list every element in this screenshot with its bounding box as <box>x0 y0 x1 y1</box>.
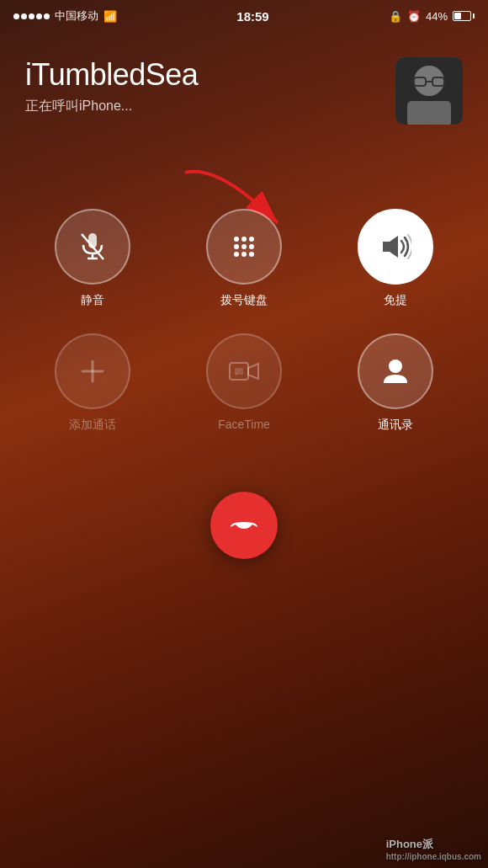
wifi-icon: 📶 <box>103 10 117 23</box>
contact-name: iTumbledSea <box>25 57 395 93</box>
call-status: 正在呼叫iPhone... <box>25 98 395 115</box>
status-bar-right: 🔒 ⏰ 44% <box>389 10 475 23</box>
phone-screen: 中国移动 📶 18:59 🔒 ⏰ 44% iTumbledSea 正在呼叫iPh… <box>0 0 488 868</box>
speaker-circle[interactable] <box>358 209 433 285</box>
svg-point-19 <box>249 252 254 257</box>
facetime-label: FaceTime <box>218 418 270 431</box>
facetime-button[interactable]: ? FaceTime <box>177 333 311 433</box>
svg-marker-20 <box>383 236 398 258</box>
contact-avatar <box>395 57 463 125</box>
alarm-icon: ⏰ <box>407 10 421 23</box>
signal-strength <box>13 13 50 19</box>
status-bar: 中国移动 📶 18:59 🔒 ⏰ 44% <box>0 0 488 32</box>
add-call-button[interactable]: 添加通话 <box>25 333 160 433</box>
status-time: 18:59 <box>236 9 268 24</box>
contacts-label: 通讯录 <box>378 418 413 433</box>
mute-circle[interactable] <box>55 209 130 285</box>
svg-point-11 <box>234 237 239 242</box>
battery-percent: 44% <box>426 10 448 23</box>
keypad-label: 拨号键盘 <box>220 293 268 308</box>
avatar-image <box>395 57 463 125</box>
contact-area: iTumbledSea 正在呼叫iPhone... <box>0 40 488 133</box>
speaker-label: 免提 <box>384 293 407 308</box>
status-bar-left: 中国移动 📶 <box>13 8 117 24</box>
svg-point-12 <box>241 237 247 242</box>
watermark: iPhone派 http://iphone.iqbus.com <box>386 837 481 861</box>
contacts-circle[interactable] <box>358 333 433 409</box>
contacts-button[interactable]: 通讯录 <box>328 333 463 433</box>
svg-marker-24 <box>248 364 258 379</box>
watermark-url: http://iphone.iqbus.com <box>386 852 481 861</box>
add-call-label: 添加通话 <box>69 418 116 433</box>
svg-point-16 <box>249 244 254 249</box>
svg-point-27 <box>389 359 402 373</box>
keypad-circle[interactable] <box>206 209 282 285</box>
svg-point-17 <box>234 252 239 257</box>
mute-label: 静音 <box>81 293 104 308</box>
svg-point-13 <box>249 237 254 242</box>
lock-icon: 🔒 <box>389 10 402 23</box>
add-call-circle[interactable] <box>55 333 130 409</box>
carrier-name: 中国移动 <box>55 8 98 24</box>
svg-rect-2 <box>407 101 451 125</box>
svg-point-14 <box>234 244 239 249</box>
watermark-brand: iPhone派 <box>386 837 481 852</box>
call-controls-grid: 静音 拨号键盘 <box>0 184 488 450</box>
contact-info: iTumbledSea 正在呼叫iPhone... <box>25 57 395 115</box>
svg-point-15 <box>241 244 247 249</box>
svg-point-18 <box>241 252 247 257</box>
end-call-area <box>0 492 488 559</box>
facetime-circle[interactable]: ? <box>206 333 282 409</box>
end-call-button[interactable] <box>210 492 278 559</box>
battery-icon <box>453 11 475 21</box>
